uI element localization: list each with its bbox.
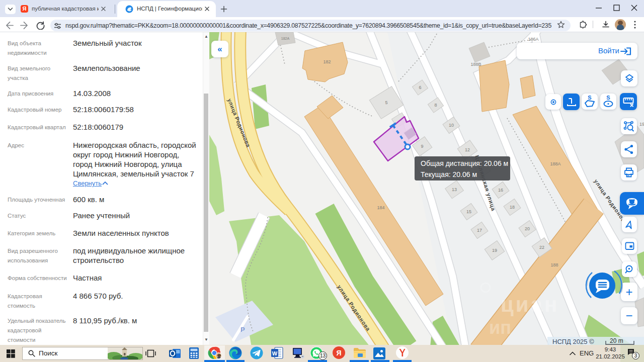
svg-text:16: 16 bbox=[498, 188, 503, 193]
svg-text:5: 5 bbox=[385, 100, 387, 105]
svg-text:10: 10 bbox=[449, 123, 454, 128]
svg-text:182А: 182А bbox=[281, 37, 290, 40]
svg-text:S: S bbox=[606, 95, 610, 101]
svg-text:S: S bbox=[588, 95, 591, 101]
svg-text:Я: Я bbox=[336, 349, 341, 357]
svg-text:22: 22 bbox=[539, 245, 544, 250]
svg-text:циан: циан bbox=[501, 293, 559, 316]
svg-text:182: 182 bbox=[323, 59, 331, 64]
svg-text:9: 9 bbox=[421, 144, 423, 149]
svg-text:ип: ип bbox=[489, 317, 511, 338]
svg-text:17: 17 bbox=[477, 228, 482, 233]
svg-text:19: 19 bbox=[492, 248, 497, 253]
svg-text:15: 15 bbox=[466, 209, 471, 214]
svg-text:13: 13 bbox=[452, 187, 457, 192]
svg-text:188А: 188А bbox=[550, 161, 560, 166]
svg-text:W: W bbox=[272, 350, 278, 356]
svg-text:186А: 186А bbox=[528, 37, 538, 42]
svg-text:20: 20 bbox=[525, 226, 530, 231]
svg-text:18: 18 bbox=[510, 205, 515, 210]
svg-text:12: 12 bbox=[465, 147, 470, 152]
svg-text:6: 6 bbox=[419, 85, 421, 90]
svg-text:188: 188 bbox=[550, 262, 558, 267]
svg-text:184: 184 bbox=[377, 205, 384, 210]
svg-text:Р: Р bbox=[240, 326, 245, 333]
svg-text:188В: 188В bbox=[470, 62, 481, 67]
svg-text:8: 8 bbox=[434, 103, 437, 108]
svg-text:19: 19 bbox=[639, 122, 644, 127]
